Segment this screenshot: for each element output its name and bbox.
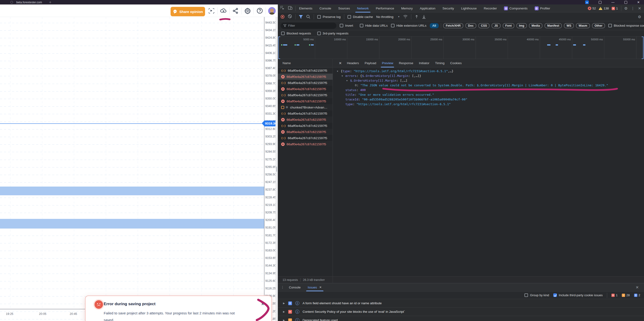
drawer-menu-icon[interactable]: ⋮ (280, 285, 286, 289)
devtools-tab-performance[interactable]: Performance (372, 4, 398, 12)
detail-tab-headers[interactable]: Headers (344, 59, 362, 67)
filter-pill-doc[interactable]: Doc (466, 23, 476, 28)
devtools-tab-network[interactable]: Network (354, 4, 372, 12)
include-third-party-checkbox[interactable]: Include third-party cookie issues (553, 293, 603, 297)
cloud-save-error-icon[interactable] (220, 7, 227, 14)
hide-data-urls-checkbox[interactable]: Hide data URLs (360, 24, 388, 27)
share-icon[interactable] (232, 7, 239, 14)
request-row[interactable]: ✕66aff0e4a267c87c621597f5 (278, 117, 333, 123)
clear-network-log-icon[interactable] (288, 14, 292, 19)
request-row[interactable]: ⚙chunked?Broker=Advan… (278, 104, 333, 110)
filter-pill-css[interactable]: CSS (478, 23, 490, 28)
json-tree-line[interactable]: ▼$.OrdersHistory[1].Margin: [,…] (346, 79, 408, 82)
devtools-tab-elements[interactable]: Elements (296, 4, 316, 12)
filter-input[interactable]: Filter (281, 23, 336, 29)
close-button[interactable]: ✕ (637, 1, 640, 4)
tab-console[interactable]: Console (286, 283, 304, 291)
toast-close-button[interactable]: ✕ (261, 302, 264, 307)
detail-tab-preview[interactable]: Preview (379, 59, 396, 67)
network-conditions-icon[interactable] (403, 15, 408, 19)
filter-pill-wasm[interactable]: Wasm (576, 23, 590, 28)
filter-pill-manifest[interactable]: Manifest (544, 23, 562, 28)
maximize-button[interactable] (624, 1, 627, 4)
devtools-tab-lighthouse[interactable]: Lighthouse (458, 4, 480, 12)
devtools-close-icon[interactable]: ✕ (638, 6, 641, 11)
device-toolbar-icon[interactable] (288, 6, 292, 11)
request-row[interactable]: {:}66aff0e4a267c87c621597f5 (278, 123, 333, 129)
pin-tab-icon[interactable]: ✛ (49, 1, 52, 4)
extension-shield-icon[interactable]: ▲ (585, 0, 589, 4)
devtools-tab-profiler[interactable]: Profiler (531, 4, 554, 12)
filter-toggle-icon[interactable] (299, 15, 303, 19)
issue-row[interactable]: ▶☰2A form field element should have an i… (278, 299, 644, 308)
expand-arrow-icon[interactable]: ▶ (283, 302, 285, 305)
search-icon[interactable] (306, 15, 310, 19)
preserve-log-checkbox[interactable]: Preserve log (317, 15, 341, 19)
json-tree-line[interactable]: title: "One or more validation errors oc… (342, 93, 434, 96)
detail-tab-timing[interactable]: Timing (432, 59, 448, 67)
detail-tab-cookies[interactable]: Cookies (448, 59, 465, 67)
json-tree-line[interactable]: ▼{type: "https://tools.ietf.org/html/rfc… (337, 69, 453, 73)
export-har-icon[interactable] (422, 15, 426, 19)
detail-tab-initiator[interactable]: Initiator (416, 59, 432, 67)
devtools-tab-recorder[interactable]: Recorder (480, 4, 500, 12)
request-row[interactable]: ✕66aff0e4a267c87c621597f5 (278, 86, 333, 92)
invert-checkbox[interactable]: Invert (340, 24, 353, 27)
request-row[interactable]: {:}66aff0e4a267c87c621597f5 (278, 110, 333, 117)
warning-count-badge[interactable]: 138 (599, 6, 609, 10)
throttling-select[interactable]: No throttling▼ (376, 15, 400, 19)
expand-arrow-icon[interactable]: ▶ (283, 310, 285, 313)
drawer-close-icon[interactable]: ✕ (636, 285, 639, 290)
json-tree-line[interactable]: ▼errors: {$.OrdersHistory[1].Margin: [,…… (342, 74, 421, 78)
timeline-handle-right[interactable] (642, 36, 644, 59)
filter-pill-fetchxhr[interactable]: Fetch/XHR (443, 23, 463, 28)
filter-pill-font[interactable]: Font (503, 23, 514, 28)
ai-scan-icon[interactable] (208, 7, 215, 14)
detail-tab-payload[interactable]: Payload (362, 59, 379, 67)
issue-row[interactable]: ▶!1Deprecated feature used (278, 316, 644, 321)
request-row[interactable]: ✕66aff0e4a267c87c621597f5 (278, 129, 333, 135)
filter-pill-ws[interactable]: WS (564, 23, 574, 28)
devtools-tab-memory[interactable]: Memory (398, 4, 416, 12)
devtools-settings-icon[interactable]: ⚙ (624, 6, 628, 11)
import-har-icon[interactable] (414, 15, 418, 19)
share-opinion-button[interactable]: Share opinion (170, 7, 205, 16)
request-row[interactable]: {:}66aff0e4a267c87c621597f5 (278, 67, 333, 74)
timeline-handle-left[interactable] (278, 36, 280, 59)
json-tree-line[interactable]: 0: "The JSON value could not be converte… (351, 83, 608, 87)
issue-count-badge[interactable]: ✕1 (612, 6, 618, 10)
json-tree-line[interactable]: status: 400 (342, 88, 366, 92)
settings-gear-icon[interactable] (244, 7, 251, 14)
extension-icon[interactable] (599, 1, 602, 4)
filter-pill-other[interactable]: Other (592, 23, 605, 28)
devtools-tab-application[interactable]: Application (416, 4, 439, 12)
filter-pill-img[interactable]: Img (516, 23, 527, 28)
record-network-log-button[interactable] (281, 15, 284, 19)
blocked-requests-checkbox[interactable]: Blocked requests (281, 32, 311, 35)
tree-expand-arrow[interactable]: ▼ (337, 70, 338, 72)
tree-expand-arrow[interactable]: ▼ (346, 79, 348, 82)
disable-cache-checkbox[interactable]: Disable cache (348, 15, 373, 19)
issue-row[interactable]: ▶✕1Content Security Policy of your site … (278, 308, 644, 316)
request-row[interactable]: ✕66aff0e4a267c87c621597f5 (278, 74, 333, 80)
network-timeline[interactable]: 5000 ms10000 ms15000 ms20000 ms25000 ms3… (278, 36, 644, 59)
user-avatar[interactable] (268, 7, 276, 15)
request-row[interactable]: {:}66aff0e4a267c87c621597f5 (278, 135, 333, 141)
request-list-header[interactable]: Name (278, 59, 333, 67)
hide-extension-urls-checkbox[interactable]: Hide extension URLs (391, 24, 426, 27)
devtools-tab-components[interactable]: Components (500, 4, 531, 12)
error-count-badge[interactable]: ✕52 (588, 6, 596, 10)
help-icon[interactable] (256, 7, 263, 14)
inspect-icon[interactable] (280, 6, 285, 11)
minimize-button[interactable]: — (612, 1, 614, 4)
devtools-tab-security[interactable]: Security (439, 4, 458, 12)
json-tree-line[interactable]: type: "https://tools.ietf.org/html/rfc72… (342, 102, 451, 106)
trading-chart[interactable]: 9443.509434.159424.809415.459406.109396.… (0, 17, 278, 321)
detail-tab-response[interactable]: Response (396, 59, 416, 67)
network-settings-icon[interactable]: ⚙ (638, 15, 641, 19)
json-tree-line[interactable]: traceId: "00-ad53509ad5288205e500f10f5b9… (342, 98, 468, 101)
devtools-tab-sources[interactable]: Sources (335, 4, 354, 12)
detail-close-icon[interactable]: ✕ (336, 61, 344, 65)
request-row[interactable]: ✕66aff0e4a267c87c621597f5 (278, 98, 333, 104)
devtools-menu-icon[interactable]: ⋮ (631, 6, 635, 11)
